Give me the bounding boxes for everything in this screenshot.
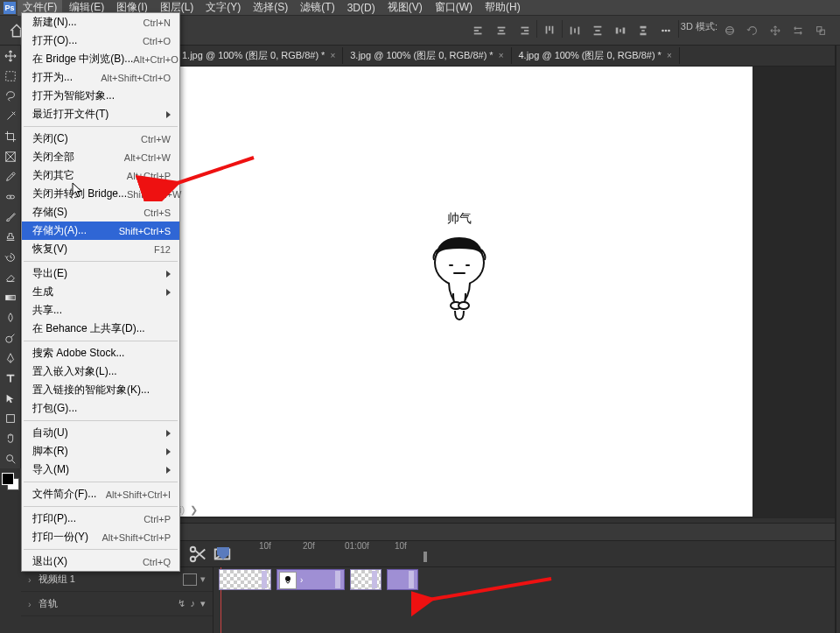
document-tab[interactable]: 3.jpg @ 100% (图层 0, RGB/8#) * × [343, 47, 511, 64]
distribute-spacing-h-icon[interactable] [610, 20, 631, 41]
timeline-ruler[interactable]: 10f 20f 01:00f 10f [215, 541, 840, 567]
move-tool-icon[interactable] [0, 46, 21, 66]
menu-item[interactable]: 恢复(V)F12 [22, 240, 179, 258]
chevron-right-icon[interactable]: › [28, 599, 32, 609]
work-area-end-icon[interactable] [424, 552, 427, 562]
path-tool-icon[interactable] [0, 388, 21, 408]
menu-item[interactable]: 导入(M) [22, 461, 179, 479]
menu-item[interactable]: 存储(S)Ctrl+S [22, 203, 179, 222]
menu-select[interactable]: 选择(S) [248, 0, 293, 16]
menu-item[interactable]: 生成 [22, 283, 179, 301]
audio-track-header[interactable]: › 音轨 ↯ ♪ ▾ [21, 592, 213, 616]
zoom-tool-icon[interactable] [0, 448, 21, 468]
distribute-spacing-v-icon[interactable] [633, 20, 654, 41]
blur-tool-icon[interactable] [0, 307, 21, 327]
brush-tool-icon[interactable] [0, 207, 21, 227]
menu-filter[interactable]: 滤镜(T) [295, 0, 340, 16]
menu-item[interactable]: 关闭全部Alt+Ctrl+W [22, 148, 179, 166]
align-top-icon[interactable] [539, 20, 560, 41]
distribute-horizontal-icon[interactable] [564, 20, 585, 41]
clip-chevron-icon[interactable]: › [300, 575, 303, 585]
chevron-down-icon[interactable]: ▾ [200, 573, 206, 586]
color-swatches[interactable] [2, 473, 19, 496]
pen-tool-icon[interactable] [0, 348, 21, 368]
crop-tool-icon[interactable] [0, 126, 21, 146]
menu-item[interactable]: 置入嵌入对象(L)... [22, 362, 179, 381]
timeline-clip[interactable] [219, 569, 271, 590]
menu-item[interactable]: 打开为智能对象... [22, 87, 179, 105]
menu-item[interactable]: 搜索 Adobe Stock... [22, 344, 179, 362]
more-options-icon[interactable] [655, 20, 676, 41]
foreground-color-swatch[interactable] [2, 473, 14, 485]
hand-tool-icon[interactable] [0, 428, 21, 448]
wand-tool-icon[interactable] [0, 106, 21, 126]
menu-3d[interactable]: 3D(D) [342, 1, 381, 15]
menu-item[interactable]: 置入链接的智能对象(K)... [22, 381, 179, 399]
menu-item[interactable]: 存储为(A)...Shift+Ctrl+S [22, 222, 179, 240]
menu-item[interactable]: 关闭并转到 Bridge...Shift+Ctrl+W [22, 185, 179, 203]
dodge-tool-icon[interactable] [0, 327, 21, 348]
history-brush-tool-icon[interactable] [0, 247, 21, 267]
eyedropper-tool-icon[interactable] [0, 166, 21, 186]
menu-item[interactable]: 退出(X)Ctrl+Q [22, 552, 179, 571]
eraser-tool-icon[interactable] [0, 267, 21, 287]
split-clip-icon[interactable] [188, 545, 207, 563]
marquee-tool-icon[interactable] [0, 66, 21, 86]
document-tab[interactable]: 1.jpg @ 100% (图层 0, RGB/8#) * × [175, 47, 343, 64]
clip-handle-icon[interactable] [372, 571, 377, 588]
menu-item[interactable]: 新建(N)...Ctrl+N [22, 13, 179, 32]
document-canvas[interactable]: 帅气 [166, 67, 752, 517]
stamp-tool-icon[interactable] [0, 227, 21, 247]
clip-handle-icon[interactable] [262, 571, 267, 588]
chevron-right-icon[interactable]: › [28, 574, 32, 585]
lasso-tool-icon[interactable] [0, 86, 21, 106]
menu-item[interactable]: 打印一份(Y)Alt+Shift+Ctrl+P [22, 528, 179, 546]
orbit-3d-icon[interactable] [719, 20, 740, 41]
gradient-tool-icon[interactable] [0, 287, 21, 307]
distribute-vertical-icon[interactable] [587, 20, 608, 41]
frame-tool-icon[interactable] [0, 146, 21, 166]
shape-tool-icon[interactable] [0, 408, 21, 428]
menu-item[interactable]: 打开为...Alt+Shift+Ctrl+O [22, 68, 179, 87]
menu-item[interactable]: 共享... [22, 301, 179, 320]
menu-window[interactable]: 窗口(W) [430, 0, 478, 16]
close-icon[interactable]: × [667, 51, 672, 60]
menu-item[interactable]: 自动(U) [22, 424, 179, 442]
menu-type[interactable]: 文字(Y) [200, 0, 246, 16]
track-lane-area[interactable]: › [214, 567, 840, 633]
timeline-clip[interactable] [387, 569, 418, 590]
menu-help[interactable]: 帮助(H) [480, 0, 526, 16]
chevron-down-icon[interactable]: ▾ [200, 598, 206, 609]
timeline-clip[interactable]: › [276, 569, 345, 590]
chevron-right-icon[interactable]: ❯ [190, 504, 198, 516]
pan-3d-icon[interactable] [765, 20, 786, 41]
align-left-icon[interactable] [468, 20, 489, 41]
type-tool-icon[interactable] [0, 368, 21, 388]
menu-item[interactable]: 关闭(C)Ctrl+W [22, 130, 179, 148]
playhead-icon[interactable] [217, 547, 229, 559]
slide-3d-icon[interactable] [788, 20, 808, 41]
menu-item[interactable]: 在 Bridge 中浏览(B)...Alt+Ctrl+O [22, 50, 179, 68]
menu-item[interactable]: 在 Behance 上共享(D)... [22, 320, 179, 338]
menu-view[interactable]: 视图(V) [382, 0, 428, 16]
menu-item[interactable]: 文件简介(F)...Alt+Shift+Ctrl+I [22, 485, 179, 503]
menu-item[interactable]: 关闭其它Alt+Ctrl+P [22, 166, 179, 185]
clip-handle-icon[interactable] [335, 571, 340, 588]
close-icon[interactable]: × [499, 51, 504, 60]
menu-item[interactable]: 导出(E) [22, 264, 179, 283]
menu-item[interactable]: 打包(G)... [22, 399, 179, 418]
menu-item[interactable]: 打印(P)...Ctrl+P [22, 510, 179, 528]
align-hcenter-icon[interactable] [491, 20, 512, 41]
menu-item[interactable]: 打开(O)...Ctrl+O [22, 32, 179, 50]
align-right-icon[interactable] [514, 20, 535, 41]
scale-3d-icon[interactable] [810, 20, 831, 41]
menu-item[interactable]: 脚本(R) [22, 442, 179, 461]
timeline-clip[interactable] [350, 569, 382, 590]
close-icon[interactable]: × [330, 51, 335, 60]
fx-icon[interactable]: ↯ [178, 598, 186, 609]
clip-handle-icon[interactable] [409, 571, 414, 588]
heal-tool-icon[interactable] [0, 186, 21, 207]
menu-item[interactable]: 最近打开文件(T) [22, 105, 179, 123]
music-note-icon[interactable]: ♪ [191, 598, 196, 609]
roll-3d-icon[interactable] [742, 20, 763, 41]
